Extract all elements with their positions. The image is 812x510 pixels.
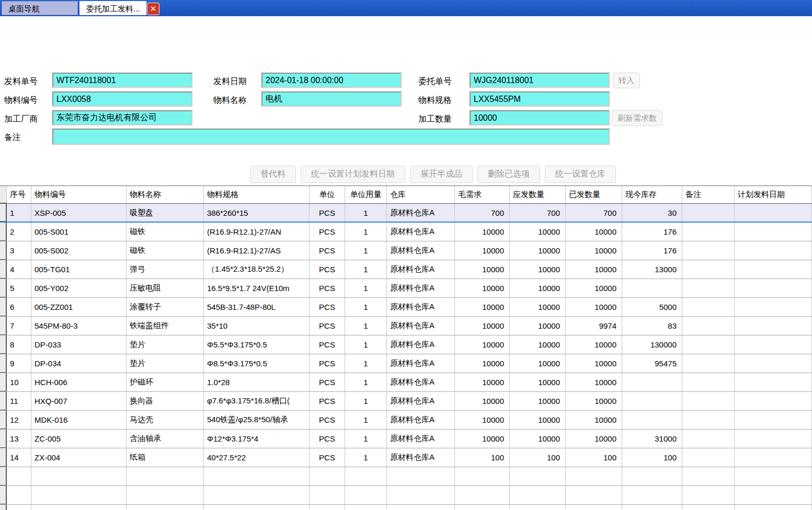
row-selector-gutter[interactable] xyxy=(0,335,7,354)
expand-semifinished-button[interactable]: 展开半成品 xyxy=(410,166,473,183)
row-selector-gutter[interactable] xyxy=(0,279,7,297)
table-row[interactable]: 5005-Y002压敏电阻16.5*9.5*1.7 24V(E10mPCS1原材… xyxy=(0,279,812,298)
cell-plan_date xyxy=(735,373,812,391)
row-selector-gutter[interactable] xyxy=(0,354,7,373)
cell-due: 10000 xyxy=(510,373,566,391)
transfer-in-button[interactable]: 转入 xyxy=(613,73,640,88)
material-code-label: 物料编号 xyxy=(4,95,38,106)
cell-remark xyxy=(682,467,735,485)
close-icon[interactable]: ✕ xyxy=(147,3,159,15)
row-selector-gutter[interactable] xyxy=(0,298,7,316)
row-selector-gutter[interactable] xyxy=(0,260,7,279)
cell-seq: 13 xyxy=(7,430,31,448)
cell-spec: φ7.6*φ3.175*16.8/槽口( xyxy=(204,392,310,410)
table-row[interactable] xyxy=(0,505,812,510)
issue-no-field[interactable] xyxy=(52,73,192,88)
tab-bar: 桌面导航 委托加工发料... ✕ xyxy=(0,0,812,16)
cell-code: 005-Y002 xyxy=(31,279,127,297)
cell-warehouse: 原材料仓库A xyxy=(387,335,455,354)
cell-remark xyxy=(682,392,735,410)
cell-warehouse: 原材料仓库A xyxy=(387,317,455,335)
cell-code: 005-TG01 xyxy=(31,260,127,279)
issue-date-field[interactable] xyxy=(261,73,402,88)
set-plan-issue-date-button[interactable]: 统一设置计划发料日期 xyxy=(301,166,405,183)
table-row[interactable]: 6005-ZZ001涂覆转子545B-31.7-48P-80LPCS1原材料仓库… xyxy=(0,298,812,317)
table-row[interactable]: 11HXQ-007换向器φ7.6*φ3.175*16.8/槽口(PCS1原材料仓… xyxy=(0,392,812,411)
column-header-unit: 单位 xyxy=(310,186,345,203)
consign-no-field[interactable] xyxy=(470,73,610,88)
material-spec-label: 物料规格 xyxy=(418,95,452,106)
cell-issued: 10000 xyxy=(566,298,622,316)
row-selector-gutter[interactable] xyxy=(0,317,7,335)
table-row[interactable]: 10HCH-006护磁环1.0*28PCS1原材料仓库A100001000010… xyxy=(0,373,812,392)
row-selector-gutter[interactable] xyxy=(0,430,7,448)
cell-remark xyxy=(682,373,735,391)
material-spec-field[interactable] xyxy=(470,91,610,107)
material-name-field[interactable] xyxy=(261,91,402,107)
table-row[interactable]: 9DP-034垫片Φ8.5*Φ3.175*0.5PCS1原材料仓库A100001… xyxy=(0,354,812,373)
table-row[interactable]: 8DP-033垫片Φ5.5*Φ3.175*0.5PCS1原材料仓库A100001… xyxy=(0,335,812,354)
process-qty-field[interactable] xyxy=(470,110,610,125)
cell-seq: 3 xyxy=(7,241,31,260)
vendor-field[interactable] xyxy=(52,110,192,125)
row-selector-gutter[interactable] xyxy=(0,392,7,410)
set-warehouse-button[interactable]: 统一设置仓库 xyxy=(545,166,616,183)
row-selector-gutter[interactable] xyxy=(0,241,7,260)
refresh-demand-button[interactable]: 刷新需求数 xyxy=(612,110,662,126)
cell-unit: PCS xyxy=(310,260,345,279)
cell-gross: 10000 xyxy=(455,354,510,373)
table-row[interactable]: 13ZC-005含油轴承Φ12*Φ3.175*4PCS1原材料仓库A100001… xyxy=(0,430,812,448)
table-row[interactable]: 2005-S001磁铁(R16.9-R12.1)-27/ANPCS1原材料仓库A… xyxy=(0,223,812,241)
cell-issued: 10000 xyxy=(566,223,622,241)
cell-name: 弹弓 xyxy=(127,260,204,279)
cell-stock xyxy=(622,505,682,510)
cell-issued: 9974 xyxy=(566,317,622,335)
cell-spec: (R16.9-R12.1)-27/AN xyxy=(204,223,310,241)
table-row[interactable] xyxy=(0,467,812,486)
cell-remark xyxy=(682,279,735,297)
cell-due: 10000 xyxy=(510,279,566,297)
row-selector-gutter[interactable] xyxy=(0,204,7,222)
remark-field[interactable] xyxy=(52,129,610,145)
table-row[interactable] xyxy=(0,486,812,505)
cell-due: 10000 xyxy=(510,223,566,241)
table-row[interactable]: 3005-S002磁铁(R16.9-R12.1)-27/ASPCS1原材料仓库A… xyxy=(0,241,812,260)
cell-stock: 95475 xyxy=(622,354,682,373)
substitute-material-button[interactable]: 替代料 xyxy=(250,166,296,183)
cell-warehouse: 原材料仓库A xyxy=(387,241,455,260)
row-selector-gutter[interactable] xyxy=(0,223,7,241)
issue-date-label: 发料日期 xyxy=(213,76,247,87)
table-row[interactable]: 12MDK-016马达壳540铁盖/φ25.8*50/轴承PCS1原材料仓库A1… xyxy=(0,411,812,430)
cell-seq: 11 xyxy=(7,392,31,410)
cell-usage xyxy=(345,467,387,485)
cell-unit: PCS xyxy=(310,279,345,297)
cell-usage: 1 xyxy=(345,448,387,467)
vendor-label: 加工厂商 xyxy=(4,114,38,125)
cell-code: HXQ-007 xyxy=(31,392,127,410)
cell-due: 10000 xyxy=(510,430,566,448)
table-row[interactable]: 4005-TG01弹弓（1.45*2.3*18.5*25.2）PCS1原材料仓库… xyxy=(0,260,812,279)
cell-seq xyxy=(7,486,31,504)
cell-warehouse: 原材料仓库A xyxy=(387,204,455,222)
cell-stock xyxy=(622,392,682,410)
cell-remark xyxy=(682,317,735,335)
row-selector-gutter[interactable] xyxy=(0,373,7,391)
cell-due: 100 xyxy=(510,448,566,467)
tab-consign-processing-issue[interactable]: 委托加工发料... xyxy=(79,1,146,15)
cell-stock xyxy=(622,467,682,485)
row-selector-gutter[interactable] xyxy=(0,467,7,485)
table-row[interactable]: 7545PM-80-3铁端盖组件35*10PCS1原材料仓库A100001000… xyxy=(0,317,812,335)
cell-due: 10000 xyxy=(510,317,566,335)
cell-unit: PCS xyxy=(310,204,345,222)
row-selector-gutter[interactable] xyxy=(0,448,7,467)
table-row[interactable]: 14ZX-004纸箱40*27.5*22PCS1原材料仓库A1001001001… xyxy=(0,448,812,467)
tab-desktop-navigation[interactable]: 桌面导航 xyxy=(2,1,78,15)
delete-selected-button[interactable]: 删除已选项 xyxy=(477,166,540,183)
row-selector-gutter[interactable] xyxy=(0,486,7,504)
row-selector-gutter[interactable] xyxy=(0,411,7,429)
material-code-field[interactable] xyxy=(52,91,192,107)
cell-issued: 10000 xyxy=(566,279,622,297)
row-selector-gutter[interactable] xyxy=(0,505,7,510)
cell-remark xyxy=(682,354,735,373)
table-row[interactable]: 1XSP-005吸塑盘386*260*15PCS1原材料仓库A700700700… xyxy=(0,204,812,223)
